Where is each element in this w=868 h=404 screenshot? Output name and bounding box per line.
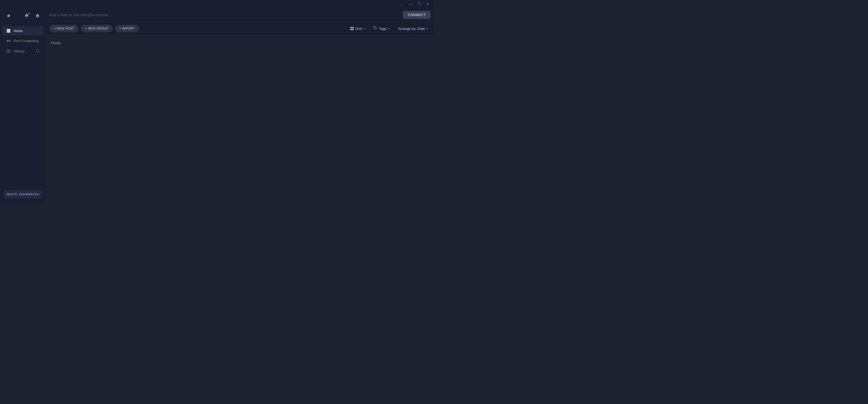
grid-label: Grid: [355, 27, 362, 31]
tags-label: Tags: [379, 27, 386, 31]
svg-point-6: [374, 27, 375, 28]
toolbar-right: Grid ▾ Tags ▾ Arrange by: Date ▾: [348, 25, 430, 32]
grid-view-button[interactable]: Grid ▾: [348, 25, 367, 32]
nav-items: Hosts Port Forwarding: [0, 23, 46, 187]
notification-dot: [28, 12, 30, 14]
hosts-icon: [6, 29, 11, 33]
settings-icon[interactable]: [4, 12, 12, 20]
grid-chevron-icon: ▾: [364, 27, 365, 30]
toolbar: + NEW HOST + NEW GROUP + IMPORT Grid ▾: [46, 22, 434, 35]
grid-icon: [350, 27, 354, 30]
history-search-icon[interactable]: [36, 49, 40, 54]
arrange-label: Arrange by: Date: [398, 27, 425, 31]
search-bar: CONNECT: [46, 8, 434, 22]
port-forwarding-label: Port Forwarding: [13, 39, 39, 43]
hosts-section-title: Hosts: [51, 41, 428, 45]
title-bar: ⌄ — ❐ ✕: [0, 0, 434, 8]
sidebar-top: [0, 8, 46, 23]
port-forwarding-icon: [6, 39, 11, 43]
svg-line-5: [39, 52, 40, 53]
invite-teammates-button[interactable]: INVITE TEAMMATES: [3, 190, 42, 199]
arrange-chevron-icon: ▾: [427, 27, 428, 30]
sidebar-icons: [4, 12, 12, 20]
svg-rect-2: [7, 32, 10, 33]
search-input[interactable]: [49, 13, 401, 17]
arrange-button[interactable]: Arrange by: Date ▾: [396, 25, 430, 32]
minimize-button[interactable]: —: [407, 1, 414, 7]
sidebar-bottom: INVITE TEAMMATES: [0, 187, 46, 202]
svg-rect-0: [7, 29, 10, 30]
close-button[interactable]: ✕: [424, 1, 432, 7]
app-body: Hosts Port Forwarding: [0, 8, 434, 202]
home-icon[interactable]: [34, 12, 41, 20]
sidebar-item-hosts[interactable]: Hosts: [2, 26, 43, 36]
tags-chevron-icon: ▾: [388, 27, 390, 30]
tags-button[interactable]: Tags ▾: [371, 25, 392, 32]
content-area: Hosts: [46, 35, 434, 202]
hosts-label: Hosts: [13, 29, 23, 33]
dropdown-button[interactable]: ⌄: [398, 1, 406, 7]
notification-wrapper: [23, 12, 30, 20]
new-group-button[interactable]: + NEW GROUP: [81, 25, 113, 32]
history-icon: [6, 49, 11, 53]
sidebar-item-history[interactable]: History: [2, 46, 43, 56]
new-host-button[interactable]: + NEW HOST: [50, 25, 79, 32]
history-label: History: [13, 49, 25, 53]
main-content: CONNECT + NEW HOST + NEW GROUP + IMPORT …: [46, 8, 434, 202]
sidebar: Hosts Port Forwarding: [0, 8, 46, 202]
svg-rect-1: [7, 30, 10, 32]
connect-button[interactable]: CONNECT: [403, 11, 431, 19]
toolbar-left: + NEW HOST + NEW GROUP + IMPORT: [50, 25, 346, 32]
tags-icon: [373, 26, 377, 31]
import-button[interactable]: + IMPORT: [115, 25, 139, 32]
restore-button[interactable]: ❐: [415, 1, 423, 7]
sidebar-item-port-forwarding[interactable]: Port Forwarding: [2, 36, 43, 46]
